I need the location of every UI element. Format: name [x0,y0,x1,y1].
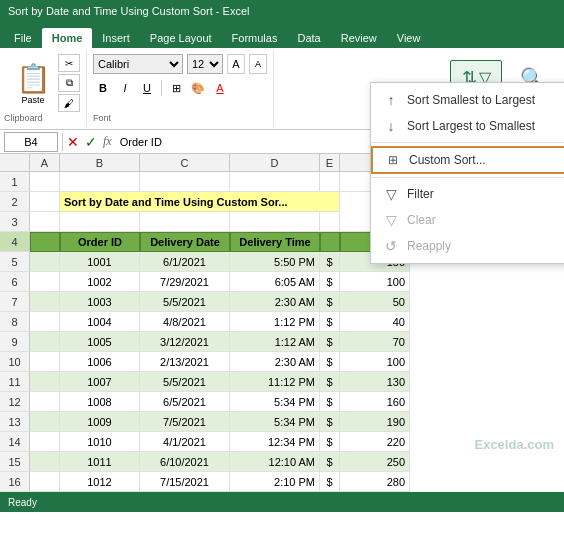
r8c5[interactable]: $ [320,312,340,332]
underline-button[interactable]: U [137,78,157,98]
r12c4[interactable]: 5:34 PM [230,392,320,412]
r9c5[interactable]: $ [320,332,340,352]
r15c6[interactable]: 250 [340,452,410,472]
sort-asc-item[interactable]: ↑ Sort Smallest to Largest [371,87,564,113]
r13c4[interactable]: 5:34 PM [230,412,320,432]
r15c4[interactable]: 12:10 AM [230,452,320,472]
r2c1[interactable] [30,192,60,212]
r9c1[interactable] [30,332,60,352]
r16c1[interactable] [30,472,60,492]
bold-button[interactable]: B [93,78,113,98]
r10c4[interactable]: 2:30 AM [230,352,320,372]
tab-view[interactable]: View [387,28,431,48]
r13c3[interactable]: 7/5/2021 [140,412,230,432]
sort-desc-item[interactable]: ↓ Sort Largest to Smallest [371,113,564,139]
r1c4[interactable] [230,172,320,192]
r3c5[interactable] [320,212,340,232]
r4c4-delivery-time[interactable]: Delivery Time [230,232,320,252]
r7c6[interactable]: 50 [340,292,410,312]
r6c4[interactable]: 6:05 AM [230,272,320,292]
r14c1[interactable] [30,432,60,452]
r12c1[interactable] [30,392,60,412]
r16c3[interactable]: 7/15/2021 [140,472,230,492]
r13c2[interactable]: 1009 [60,412,140,432]
r12c3[interactable]: 6/5/2021 [140,392,230,412]
r16c4[interactable]: 2:10 PM [230,472,320,492]
r15c3[interactable]: 6/10/2021 [140,452,230,472]
r8c3[interactable]: 4/8/2021 [140,312,230,332]
r7c3[interactable]: 5/5/2021 [140,292,230,312]
r14c4[interactable]: 12:34 PM [230,432,320,452]
r16c5[interactable]: $ [320,472,340,492]
increase-font-button[interactable]: A [227,54,245,74]
r7c5[interactable]: $ [320,292,340,312]
font-color-button[interactable]: A [210,78,230,98]
r5c3[interactable]: 6/1/2021 [140,252,230,272]
r14c2[interactable]: 1010 [60,432,140,452]
r14c5[interactable]: $ [320,432,340,452]
format-painter-button[interactable]: 🖌 [58,94,80,112]
r7c2[interactable]: 1003 [60,292,140,312]
r3c1[interactable] [30,212,60,232]
r6c5[interactable]: $ [320,272,340,292]
r11c5[interactable]: $ [320,372,340,392]
r9c6[interactable]: 70 [340,332,410,352]
font-size-select[interactable]: 12 [187,54,223,74]
r8c1[interactable] [30,312,60,332]
r6c3[interactable]: 7/29/2021 [140,272,230,292]
decrease-font-button[interactable]: A [249,54,267,74]
r11c1[interactable] [30,372,60,392]
r1c1[interactable] [30,172,60,192]
custom-sort-item[interactable]: ⊞ Custom Sort... [371,146,564,174]
r4c3-delivery-date[interactable]: Delivery Date [140,232,230,252]
r3c4[interactable] [230,212,320,232]
r12c6[interactable]: 160 [340,392,410,412]
tab-file[interactable]: File [4,28,42,48]
r11c6[interactable]: 130 [340,372,410,392]
tab-insert[interactable]: Insert [92,28,140,48]
r1c2[interactable] [60,172,140,192]
tab-home[interactable]: Home [42,28,93,48]
r13c5[interactable]: $ [320,412,340,432]
r10c5[interactable]: $ [320,352,340,372]
r10c3[interactable]: 2/13/2021 [140,352,230,372]
r11c3[interactable]: 5/5/2021 [140,372,230,392]
r6c6[interactable]: 100 [340,272,410,292]
r15c5[interactable]: $ [320,452,340,472]
r9c4[interactable]: 1:12 AM [230,332,320,352]
r3c3[interactable] [140,212,230,232]
r14c6[interactable]: 220 [340,432,410,452]
italic-button[interactable]: I [115,78,135,98]
tab-formulas[interactable]: Formulas [222,28,288,48]
paste-button[interactable]: 📋 Paste [10,54,56,112]
r4c1[interactable] [30,232,60,252]
r12c5[interactable]: $ [320,392,340,412]
r15c1[interactable] [30,452,60,472]
r5c1[interactable] [30,252,60,272]
tab-page-layout[interactable]: Page Layout [140,28,222,48]
r9c3[interactable]: 3/12/2021 [140,332,230,352]
r10c6[interactable]: 100 [340,352,410,372]
r15c2[interactable]: 1011 [60,452,140,472]
confirm-formula-icon[interactable]: ✓ [85,134,97,150]
r9c2[interactable]: 1005 [60,332,140,352]
r6c2[interactable]: 1002 [60,272,140,292]
r1c3[interactable] [140,172,230,192]
r16c2[interactable]: 1012 [60,472,140,492]
r8c2[interactable]: 1004 [60,312,140,332]
r7c1[interactable] [30,292,60,312]
r3c2[interactable] [60,212,140,232]
cell-reference-input[interactable] [4,132,58,152]
cut-button[interactable]: ✂ [58,54,80,72]
filter-item[interactable]: ▽ Filter [371,181,564,207]
r5c5[interactable]: $ [320,252,340,272]
r5c2[interactable]: 1001 [60,252,140,272]
r10c2[interactable]: 1006 [60,352,140,372]
tab-data[interactable]: Data [287,28,330,48]
r13c1[interactable] [30,412,60,432]
r8c4[interactable]: 1:12 PM [230,312,320,332]
r5c4[interactable]: 5:50 PM [230,252,320,272]
r6c1[interactable] [30,272,60,292]
font-name-select[interactable]: Calibri [93,54,183,74]
r1c5[interactable] [320,172,340,192]
